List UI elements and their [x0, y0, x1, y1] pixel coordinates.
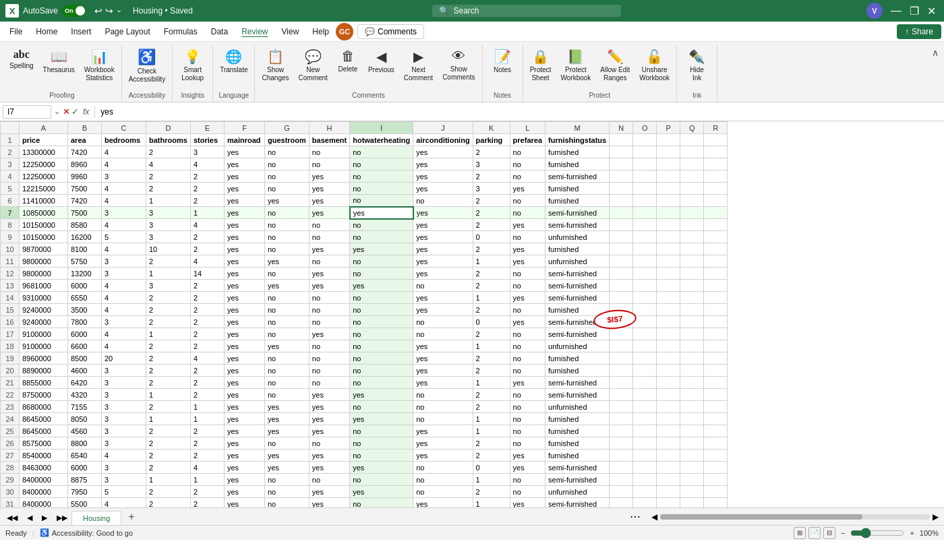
cell[interactable] [657, 365, 680, 377]
cell[interactable]: 9310000 [20, 292, 68, 304]
cell[interactable]: no [309, 377, 349, 389]
cell[interactable]: 6540 [68, 449, 102, 462]
cell[interactable]: 3 [102, 437, 146, 449]
cell[interactable]: no [413, 389, 473, 401]
normal-view-icon[interactable]: ⊞ [794, 527, 806, 539]
cell[interactable] [657, 389, 680, 401]
cell[interactable]: 3 [102, 365, 146, 377]
cell[interactable]: yes [510, 498, 545, 508]
cell[interactable]: no [350, 158, 413, 170]
cell[interactable]: 4 [102, 195, 146, 207]
cell[interactable] [704, 219, 728, 231]
cell[interactable] [633, 413, 657, 425]
cell[interactable] [610, 292, 633, 304]
nav-next-icon[interactable]: ▶ [38, 511, 51, 525]
cell[interactable]: 4 [102, 219, 146, 231]
cell[interactable] [680, 389, 704, 401]
cell[interactable] [633, 231, 657, 243]
cell[interactable]: yes [510, 219, 545, 231]
cell[interactable]: no [350, 340, 413, 352]
col-header-A[interactable]: A [20, 122, 68, 134]
cell[interactable]: yes [350, 486, 413, 498]
cell[interactable]: 9681000 [20, 280, 68, 292]
cell[interactable] [704, 401, 728, 413]
cell[interactable]: no [309, 340, 349, 352]
col-header-E[interactable]: E [191, 122, 225, 134]
cell[interactable] [657, 134, 680, 146]
cell[interactable]: 4 [191, 255, 225, 268]
cell[interactable] [704, 207, 728, 219]
cell[interactable] [610, 268, 633, 280]
cell[interactable]: mainroad [225, 134, 265, 146]
cell[interactable]: 3 [102, 316, 146, 328]
cell[interactable]: 5 [102, 231, 146, 243]
cell[interactable] [610, 401, 633, 413]
cell[interactable]: yes [309, 401, 349, 413]
cell[interactable]: yes [225, 462, 265, 474]
nav-right-icon[interactable]: ▶▶ [53, 511, 71, 525]
grid-container[interactable]: A B C D E F G H I J K L M N O [0, 121, 944, 507]
nav-left-icon[interactable]: ◀◀ [3, 511, 22, 525]
cell[interactable] [704, 280, 728, 292]
cell[interactable]: yes [413, 340, 473, 352]
cell[interactable]: 8750000 [20, 389, 68, 401]
cell[interactable]: 1 [473, 413, 510, 425]
show-comments-button[interactable]: 👁 ShowComments [438, 46, 479, 90]
cell[interactable]: 4 [102, 328, 146, 340]
cell[interactable]: semi-furnished [545, 280, 610, 292]
cell[interactable] [680, 280, 704, 292]
thesaurus-button[interactable]: 📖 Thesaurus [39, 46, 79, 90]
cell[interactable]: yes [225, 268, 265, 280]
cell[interactable]: yes [309, 195, 349, 207]
cell[interactable]: 2 [191, 304, 225, 316]
cell[interactable] [633, 292, 657, 304]
cell[interactable] [680, 304, 704, 316]
cell[interactable]: 2 [191, 183, 225, 195]
cell[interactable]: semi-furnished [545, 328, 610, 340]
zoom-out-icon[interactable]: − [841, 529, 845, 537]
close-btn[interactable]: ✕ [924, 5, 939, 18]
cell[interactable]: yes [265, 449, 309, 462]
cell[interactable]: 6000 [68, 328, 102, 340]
cell[interactable]: 12250000 [20, 170, 68, 183]
cell[interactable]: yes [225, 304, 265, 316]
cell[interactable] [680, 219, 704, 231]
col-header-B[interactable]: B [68, 122, 102, 134]
cell[interactable] [610, 425, 633, 437]
cell[interactable]: 2 [191, 377, 225, 389]
cell[interactable] [633, 316, 657, 328]
cell[interactable] [657, 413, 680, 425]
cell[interactable] [633, 134, 657, 146]
cell[interactable]: no [413, 462, 473, 474]
comments-button[interactable]: 💬 Comments [357, 24, 424, 39]
cell[interactable]: unfurnished [545, 486, 610, 498]
cell[interactable]: 2 [473, 195, 510, 207]
cell[interactable]: yes [413, 219, 473, 231]
cell[interactable] [633, 328, 657, 340]
cell[interactable] [704, 268, 728, 280]
cell[interactable]: 9800000 [20, 255, 68, 268]
cell[interactable]: no [510, 425, 545, 437]
cell[interactable]: no [309, 352, 349, 365]
cell[interactable]: 16200 [68, 231, 102, 243]
cell[interactable]: no [265, 231, 309, 243]
cell[interactable]: 8400000 [20, 474, 68, 486]
cell[interactable]: no [350, 474, 413, 486]
cell[interactable]: yes [225, 401, 265, 413]
cell[interactable]: 2 [146, 462, 191, 474]
cell[interactable] [633, 183, 657, 195]
cell[interactable]: yes [225, 352, 265, 365]
menu-file[interactable]: File [3, 24, 29, 39]
cell[interactable] [657, 219, 680, 231]
cell[interactable] [610, 134, 633, 146]
cell[interactable] [657, 280, 680, 292]
cell[interactable]: 8580 [68, 219, 102, 231]
cell[interactable]: yes [309, 207, 349, 219]
cell[interactable]: 6000 [68, 280, 102, 292]
cell[interactable]: yes [225, 340, 265, 352]
cell[interactable] [657, 268, 680, 280]
cell[interactable] [680, 292, 704, 304]
cell[interactable] [633, 389, 657, 401]
cell[interactable]: 13300000 [20, 146, 68, 158]
cell[interactable]: yes [265, 462, 309, 474]
